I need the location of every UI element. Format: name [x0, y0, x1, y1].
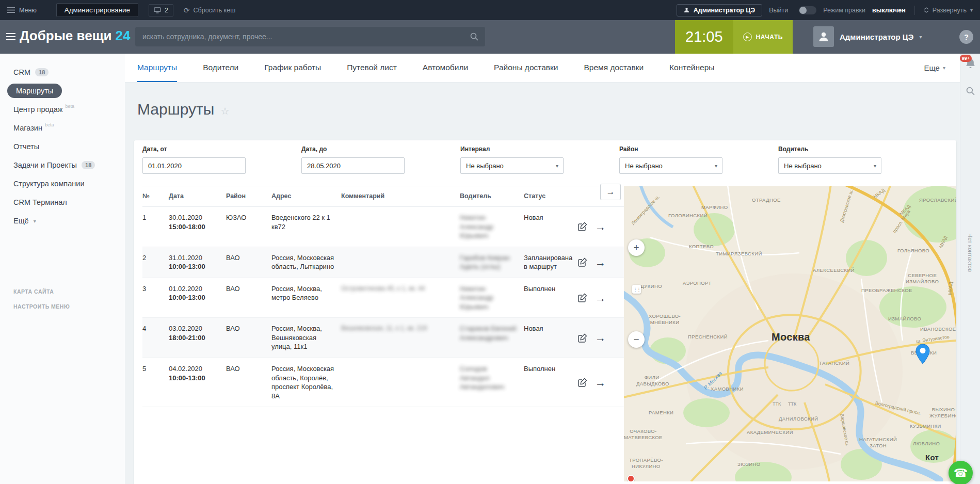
driver-select[interactable]: Не выбрано ▾: [778, 157, 881, 174]
filter-driver: Водитель Не выбрано ▾: [778, 146, 881, 174]
edit-icon[interactable]: [578, 333, 587, 343]
edit-icon[interactable]: [578, 378, 587, 387]
zoom-out-button[interactable]: −: [628, 331, 645, 348]
edit-icon[interactable]: [578, 222, 587, 231]
edit-mode-toggle[interactable]: [799, 6, 816, 14]
global-search: [135, 27, 485, 46]
configure-menu-link[interactable]: НАСТРОИТЬ МЕНЮ: [13, 303, 70, 310]
cell-district: ЮЗАО: [226, 213, 271, 240]
user-menu[interactable]: Администратор ЦЭ ▾: [813, 26, 922, 47]
sidebar-item-crm[interactable]: CRM 18: [0, 63, 125, 82]
cell-driver-blurred: Стариков ЕвгенийАлександрович: [460, 324, 524, 351]
select-value: Не выбрано: [466, 162, 504, 170]
map-graphic: [624, 186, 956, 481]
open-route-arrow[interactable]: →: [595, 377, 606, 388]
monitor-count: 2: [165, 7, 168, 14]
help-button[interactable]: ?: [959, 30, 973, 44]
filter-date-from: Дата, от: [142, 146, 246, 174]
tab-routes[interactable]: Маршруты: [137, 54, 177, 82]
expand-map-button[interactable]: →: [600, 184, 621, 200]
open-route-arrow[interactable]: →: [595, 332, 606, 343]
open-route-arrow[interactable]: →: [595, 257, 606, 268]
worktime-start-button[interactable]: ▶ НАЧАТЬ: [733, 20, 793, 54]
sidebar-item-label: Маршруты: [7, 84, 62, 98]
cell-actions: →: [578, 377, 624, 388]
user-name: Администратор ЦЭ: [840, 33, 913, 41]
moscow-map[interactable]: ОТРАДНОЕ ЯРОСЛАВСКИЙ МАРФИНО ГОЛОВИНСКИЙ…: [624, 186, 956, 481]
section-tabs: Маршруты Водители График работы Путевой …: [125, 54, 960, 83]
logout-link[interactable]: Выйти: [769, 7, 788, 14]
monitor-counter-button[interactable]: 2: [149, 4, 173, 17]
map-marker-red[interactable]: [627, 475, 635, 481]
sidebar-item-company-structure[interactable]: Структура компании: [0, 174, 125, 193]
favorite-star-icon[interactable]: ☆: [220, 105, 229, 117]
monitor-icon: [154, 7, 161, 13]
page-title: Маршруты: [137, 101, 214, 118]
cell-status: Новая: [524, 324, 578, 351]
district-select[interactable]: Не выбрано ▾: [619, 157, 722, 174]
sidebar-toggle-button[interactable]: [6, 33, 15, 42]
date-from-input[interactable]: [142, 157, 246, 174]
app-logo[interactable]: Добрые вещи24: [20, 28, 131, 44]
sidebar-item-crm-terminal[interactable]: CRM Терминал: [0, 193, 125, 212]
cell-driver-blurred: Никитин АлександрЮрьевич: [460, 213, 524, 240]
administration-button[interactable]: Администрирование: [56, 3, 138, 17]
no-contacts-label: Нет контактов: [967, 233, 973, 272]
sidebar-item-routes[interactable]: Маршруты: [0, 82, 125, 100]
tab-delivery-time[interactable]: Время доставки: [584, 54, 644, 82]
divider: [914, 6, 915, 15]
sidebar-item-label: Структура компании: [13, 180, 84, 188]
tab-waybill[interactable]: Путевой лист: [347, 54, 397, 82]
zoom-in-button[interactable]: +: [628, 239, 645, 256]
cell-address: Введенского 22 к 1 кв72: [271, 213, 341, 240]
tab-more[interactable]: Еще ▾: [924, 54, 945, 82]
admin-menu-button[interactable]: Меню: [7, 7, 37, 14]
tab-containers[interactable]: Контейнеры: [669, 54, 714, 82]
expand-button[interactable]: Развернуть ▾: [924, 7, 973, 14]
worktime-widget[interactable]: 21:05 ▶ НАЧАТЬ: [675, 20, 793, 54]
telephony-button[interactable]: ☎: [949, 461, 973, 484]
edit-icon[interactable]: [578, 257, 587, 267]
cell-address: Россия, Москва, метро Беляево: [271, 284, 341, 312]
open-route-arrow[interactable]: →: [595, 293, 606, 303]
main-content: Маршруты Водители График работы Путевой …: [125, 54, 960, 484]
reset-cache-button[interactable]: ⟳ Сбросить кеш: [184, 6, 235, 14]
table-row: 1 30.01.202015:00-18:00 ЮЗАО Введенского…: [142, 207, 624, 247]
admin-topbar: Меню Администрирование 2 ⟳ Сбросить кеш …: [0, 0, 980, 20]
sidebar-item-sales-center[interactable]: Центр продаж beta: [0, 100, 125, 119]
sitemap-link[interactable]: КАРТА САЙТА: [13, 288, 70, 295]
chevron-down-icon: ▾: [874, 163, 876, 169]
cell-comment-blurred: Вешняковская, 11, к 1, кв. 219: [341, 324, 460, 351]
tab-delivery-districts[interactable]: Районы доставки: [494, 54, 558, 82]
cell-address: Россия, Московская область, Королёв, про…: [271, 364, 341, 400]
sidebar-item-tasks-projects[interactable]: Задачи и Проекты 18: [0, 156, 125, 174]
cell-driver-blurred: Гарибов КевранАдель (оглы): [460, 253, 524, 271]
col-header-district: Район: [226, 192, 271, 201]
chevron-down-icon: ▾: [34, 218, 36, 224]
search-input[interactable]: [135, 27, 485, 46]
cell-status: Выполнен: [524, 284, 578, 312]
sidebar-item-shop[interactable]: Магазин beta: [0, 119, 125, 137]
tab-work-schedule[interactable]: График работы: [264, 54, 321, 82]
interval-select[interactable]: Не выбрано ▾: [460, 157, 564, 174]
cell-actions: →: [578, 257, 624, 268]
sidebar-item-reports[interactable]: Отчеты: [0, 137, 125, 156]
filter-label: Дата, до: [301, 146, 405, 153]
tab-more-label: Еще: [924, 63, 940, 72]
tab-cars[interactable]: Автомобили: [423, 54, 468, 82]
admin-account-button[interactable]: Администратор ЦЭ: [677, 4, 763, 17]
col-header-num: №: [142, 192, 169, 201]
open-route-arrow[interactable]: →: [595, 221, 606, 232]
col-header-address: Адрес: [271, 192, 341, 201]
filter-district: Район Не выбрано ▾: [619, 146, 722, 174]
tab-drivers[interactable]: Водители: [203, 54, 238, 82]
zoom-slider-handle[interactable]: ⋮⋮: [632, 285, 641, 294]
notifications-count-badge: 99+: [960, 55, 972, 62]
worktime-start-label: НАЧАТЬ: [756, 34, 783, 41]
date-to-input[interactable]: [301, 157, 405, 174]
cell-actions: →: [578, 221, 624, 232]
edit-icon[interactable]: [578, 293, 587, 302]
sidebar-item-more[interactable]: Ещё ▾: [0, 212, 125, 230]
map-pin[interactable]: [915, 344, 930, 364]
rail-search-icon[interactable]: [966, 87, 975, 98]
